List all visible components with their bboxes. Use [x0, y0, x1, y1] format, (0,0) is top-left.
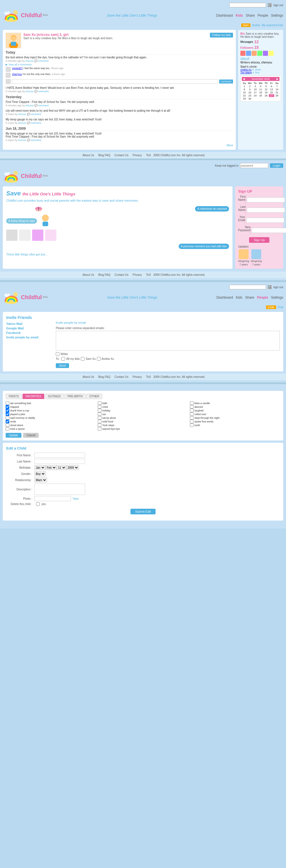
footer-contact-link[interactable]: Contact Us — [115, 375, 128, 378]
calendar-day[interactable]: 18 — [258, 91, 263, 94]
footer-tos-link[interactable]: ToS — [146, 273, 151, 276]
danced-checkbox[interactable] — [190, 405, 194, 409]
comment-input[interactable] — [12, 79, 218, 84]
invite-by-email-link[interactable]: Invite people by email — [6, 336, 51, 339]
birthdate-month2-select[interactable]: Feb — [45, 465, 57, 470]
facebook-link[interactable]: Facebook — [6, 331, 51, 335]
smile-checkbox[interactable] — [6, 420, 9, 423]
waived-bye-checkbox[interactable] — [98, 427, 101, 431]
said-mommy-checkbox[interactable] — [6, 416, 9, 420]
tried-spoon-checkbox[interactable] — [6, 427, 9, 431]
took-steps-checkbox[interactable] — [98, 423, 101, 427]
calendar-day[interactable]: 19 — [263, 91, 268, 94]
sam-xu-checkbox[interactable] — [81, 357, 85, 361]
email-input[interactable] — [246, 218, 284, 223]
login-button[interactable]: Login — [270, 163, 283, 168]
calendar-day[interactable]: 3 — [253, 85, 258, 88]
submit-comment-button[interactable]: comment — [219, 80, 233, 84]
nav-kids[interactable]: Kids — [235, 13, 243, 18]
feed-comment-link[interactable]: 💬 comment — [27, 122, 41, 124]
calendar-day[interactable]: 10 — [253, 88, 258, 91]
send-invite-button[interactable]: Send — [56, 363, 69, 368]
gender-select[interactable]: Boy — [34, 471, 46, 476]
ate-bad-checkbox[interactable] — [6, 401, 9, 405]
user-watched-kids-link[interactable]: My watched Kids — [262, 24, 283, 27]
calendar-day[interactable]: 11 — [258, 88, 263, 91]
footer-privacy-link[interactable]: Privacy — [133, 273, 142, 276]
calendar-day[interactable]: 12 — [263, 88, 268, 91]
cancel-milestones-button[interactable]: Cancel — [23, 433, 39, 438]
circle-member-link[interactable]: Andria Xu — [240, 68, 252, 71]
tooth-checkbox[interactable] — [190, 423, 194, 427]
signout-link[interactable]: sign out — [273, 4, 283, 7]
calendar-day[interactable]: 6 — [269, 85, 274, 88]
signup-button[interactable]: Sign Up — [249, 237, 269, 243]
feed-user-link[interactable]: ericcxu — [26, 60, 34, 62]
calendar-day[interactable]: 1 — [242, 85, 247, 88]
nav-share[interactable]: Share — [245, 296, 254, 300]
find-link[interactable]: Find — [278, 306, 283, 309]
feed-user-link[interactable]: ericcxu — [18, 122, 27, 124]
password-input[interactable] — [240, 163, 268, 168]
submit-edit-button[interactable]: Submit Edit — [130, 509, 155, 515]
footer-privacy-link[interactable]: Privacy — [133, 154, 142, 157]
photo-input[interactable] — [34, 496, 71, 501]
writer-checkbox[interactable] — [56, 352, 59, 356]
firstname-input[interactable] — [247, 197, 285, 203]
calendar-day[interactable]: 4 — [258, 85, 263, 88]
more-link[interactable]: More — [6, 144, 233, 147]
calendar-day[interactable]: 14 — [275, 88, 280, 91]
nav-dashboard[interactable]: Dashboard — [216, 13, 233, 18]
cried-checkbox[interactable] — [98, 405, 101, 409]
calendar-day[interactable]: 16 — [247, 91, 252, 94]
invite-button[interactable]: Invite — [266, 305, 276, 309]
search-button[interactable]: 🔍 — [268, 285, 272, 289]
bath-checkbox[interactable] — [98, 401, 101, 405]
footer-contact-link[interactable]: Contact Us — [115, 273, 128, 276]
nav-people[interactable]: People — [257, 296, 268, 300]
birthdate-month1-select[interactable]: Jan — [34, 465, 45, 470]
description-textarea[interactable] — [34, 484, 85, 495]
feed-comment-link[interactable]: 💬 comment — [34, 90, 49, 93]
calendar-day[interactable]: 13 — [269, 88, 274, 91]
feed-comment-link[interactable]: 💬 comment — [34, 60, 49, 62]
view-photo-link[interactable]: View — [73, 497, 79, 500]
google-mail-link[interactable]: Google Mail — [6, 327, 51, 330]
holiday-checkbox[interactable] — [98, 409, 101, 412]
feed-user-link[interactable]: ericcxu — [26, 90, 34, 93]
feed-user-link[interactable]: ericcxu — [18, 113, 27, 116]
feed-comment-link[interactable]: 💬 comment — [27, 113, 41, 116]
commenter-link[interactable]: spreed27 — [12, 67, 23, 70]
nav-people[interactable]: People — [258, 13, 268, 18]
all-kids-checkbox[interactable] — [61, 357, 65, 361]
search-input[interactable] — [229, 3, 266, 7]
view-all-followers-link[interactable]: View All — [240, 57, 249, 60]
footer-contact-link[interactable]: Contact Us — [115, 154, 128, 157]
nav-settings[interactable]: Settings — [271, 13, 283, 18]
calendar-day[interactable]: 2 — [247, 85, 252, 88]
slept-through-checkbox[interactable] — [190, 416, 194, 420]
calendar-day[interactable]: 5 — [263, 85, 268, 88]
calendar-day[interactable]: 30 — [247, 97, 252, 100]
footer-tos-link[interactable]: ToS — [146, 154, 151, 157]
birthdate-year-select[interactable]: 2009 — [66, 465, 79, 470]
edit-firstname-input[interactable] — [34, 453, 85, 458]
calendar-day[interactable]: 22 — [242, 94, 247, 97]
laughed-checkbox[interactable] — [190, 409, 194, 412]
prev-month-icon[interactable]: ◀ — [243, 78, 245, 81]
invite-emails-textarea[interactable] — [56, 331, 280, 350]
calendar-day[interactable]: 28 — [275, 94, 280, 97]
calendar-day[interactable]: 26 — [263, 94, 268, 97]
footer-blogfaq-link[interactable]: Blog FAQ — [98, 375, 110, 378]
nav-share[interactable]: Share — [246, 13, 255, 18]
commenter-link[interactable]: cherryxu — [12, 73, 22, 75]
circle-member-link[interactable]: Tim Wang — [240, 71, 252, 74]
calendar-day[interactable]: 29 — [242, 97, 247, 100]
follow-my-kids-button[interactable]: Follow my kids — [210, 33, 233, 37]
tab-firsts[interactable]: FIRSTS — [6, 394, 22, 399]
tab-other[interactable]: OTHER — [86, 394, 102, 399]
edit-lastname-input[interactable] — [34, 459, 85, 464]
calendar-day[interactable]: 20 — [269, 91, 274, 94]
footer-privacy-link[interactable]: Privacy — [133, 375, 142, 378]
drank-cup-checkbox[interactable] — [6, 409, 9, 412]
